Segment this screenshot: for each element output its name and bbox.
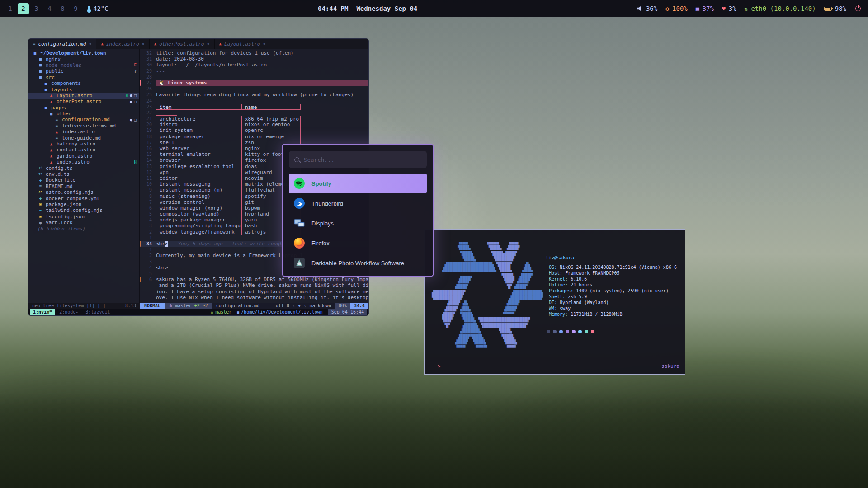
gutter-sign	[140, 217, 144, 223]
tmux-window-2:node-[interactable]: 2:node-	[56, 309, 81, 315]
tree-folder-src[interactable]: ■src	[28, 75, 139, 80]
shell-prompt[interactable]: ~ >	[432, 363, 447, 369]
tree-label: README.md	[46, 183, 73, 189]
tree-file-(6 hidden items)[interactable]: (6 hidden items)	[28, 225, 139, 231]
tree-file-tailwind.config.mjs[interactable]: ≈tailwind.config.mjs	[28, 207, 139, 213]
line-number: 14	[144, 157, 156, 163]
tree-file-balcony.astro[interactable]: ▲balcony.astro	[28, 141, 139, 147]
neo-tree-panel[interactable]: ■~/Development/liv.town■nginx■node_modul…	[28, 49, 140, 303]
tab-otherPost.astro[interactable]: ▲otherPost.astro×	[150, 39, 215, 49]
tree-file-Dockerfile[interactable]: ◆Dockerfile	[28, 177, 139, 183]
topbar-right-group: 36%⚙100%▦37%♥3%⇅eth0 (10.0.0.140)98%	[637, 5, 863, 12]
tree-file-docker-compose.yml[interactable]: ◆docker-compose.yml	[28, 195, 139, 201]
thunderbird-icon	[293, 197, 305, 209]
tab-close-icon[interactable]: ×	[263, 42, 265, 47]
launcher-item-darktable-photo-workflow-software[interactable]: Darktable Photo Workflow Software	[289, 253, 427, 273]
clock-module[interactable]: 04:44 PM Wednesday Sep 04	[318, 0, 417, 17]
tree-folder-public[interactable]: ■public?	[28, 68, 139, 74]
table-cell: nixos or gentoo	[242, 122, 301, 127]
tree-file-package.json[interactable]: ▣package.json	[28, 202, 139, 207]
info-value: Framework FRANMDCP05	[565, 271, 619, 276]
gutter-sign	[140, 98, 144, 104]
tab-close-icon[interactable]: ×	[207, 42, 210, 47]
gutter-sign	[140, 62, 144, 68]
tree-file-configuration.md[interactable]: ≡configuration.md●□	[28, 117, 139, 122]
workspace-8[interactable]: 8	[57, 3, 68, 14]
tree-folder-pages[interactable]: ■pages	[28, 105, 139, 111]
power-button[interactable]	[855, 6, 861, 11]
editor-line: 18package managernix or emerge	[140, 134, 368, 140]
workspace-9[interactable]: 9	[70, 3, 81, 14]
line-number: 9	[144, 187, 156, 193]
tree-file-README.md[interactable]: ≡README.md	[28, 183, 139, 189]
badge-E: E	[134, 63, 137, 67]
tab-index.astro[interactable]: ▲index.astro×	[96, 39, 149, 49]
workspace-2[interactable]: 2	[18, 3, 29, 14]
tmux-window-1:nvim*[interactable]: 1:nvim*	[30, 309, 55, 315]
tree-folder-node_modules[interactable]: ■node_modulesE	[28, 62, 139, 68]
tmux-window-3:lazygit[interactable]: 3:lazygit	[82, 309, 113, 315]
palette-dot	[547, 330, 550, 333]
tree-label: tsconfig.json	[46, 214, 85, 220]
workspace-3[interactable]: 3	[31, 3, 42, 14]
table-cell: window manager (xorg)	[156, 205, 242, 211]
module-memory[interactable]: ▦37%	[696, 5, 714, 12]
tree-file-env.d.ts[interactable]: TSenv.d.ts	[28, 171, 139, 177]
line-number: 5	[144, 271, 156, 277]
launcher-item-spotify[interactable]: Spotify	[289, 174, 427, 193]
app-name: Firefox	[311, 240, 330, 247]
tab-configuration.md[interactable]: ≡configuration.md×	[28, 39, 96, 49]
workspace-1[interactable]: 1	[5, 3, 16, 14]
tab-close-icon[interactable]: ×	[142, 42, 145, 47]
search-input[interactable]	[304, 156, 421, 163]
line-number: 5	[144, 211, 156, 217]
tree-file-index.astro[interactable]: ▲index.astroH	[28, 159, 139, 165]
terminal-cursor	[444, 364, 447, 369]
workspace-4[interactable]: 4	[44, 3, 55, 14]
tmux-datetime: Sep 04 16:44	[328, 309, 367, 315]
tab-close-icon[interactable]: ×	[89, 42, 91, 47]
tree-file-config.ts[interactable]: TSconfig.ts	[28, 165, 139, 171]
tree-file-Layout.astro[interactable]: ▲Layout.astroH●□	[28, 93, 139, 99]
tree-folder-layouts[interactable]: ■layouts	[28, 86, 139, 92]
terminal-window-fastfetch[interactable]: ▗▄▄▄ ▗▄▄▄▄ ▄▄▄▖ ▜███▙ ▜███▙ ▟███▛ ▜███▙ …	[424, 229, 685, 375]
tree-file-astro.config.mjs[interactable]: JSastro.config.mjs	[28, 189, 139, 195]
tree-file-tsconfig.json[interactable]: ▣tsconfig.json	[28, 214, 139, 220]
launcher-item-thunderbird[interactable]: Thunderbird	[289, 193, 427, 213]
temperature-module[interactable]: 42°C	[88, 5, 108, 12]
tree-root[interactable]: ■~/Development/liv.town	[28, 50, 139, 56]
badge-□: □	[134, 117, 137, 122]
table-row: distronixos or gentoo	[156, 122, 301, 127]
tmux-bar: 1:nvim*2:node-3:lazygit ⋔master ■/home/l…	[28, 309, 368, 315]
tree-folder-other[interactable]: ■other	[28, 111, 139, 117]
launcher-item-displays[interactable]: Displays	[289, 213, 427, 233]
launcher-item-firefox[interactable]: Firefox	[289, 233, 427, 253]
palette-dot	[566, 330, 569, 333]
tab-Layout.astro[interactable]: ▲Layout.astro×	[215, 39, 271, 49]
file-encoding: utf-8	[276, 303, 289, 309]
module-brightness[interactable]: ⚙100%	[665, 5, 688, 12]
tree-folder-components[interactable]: ■components	[28, 80, 139, 86]
line-number: 25	[144, 92, 156, 98]
tree-file-otherPost.astro[interactable]: ▲otherPost.astro●□	[28, 99, 139, 104]
launcher-search[interactable]	[289, 151, 427, 168]
tree-file-tone-guide.md[interactable]: ≡tone-guide.md	[28, 135, 139, 141]
tree-file-contact.astro[interactable]: ▲contact.astro	[28, 147, 139, 153]
tree-folder-nginx[interactable]: ■nginx	[28, 56, 139, 62]
module-cpu[interactable]: ♥3%	[722, 5, 736, 12]
table-cell: name	[242, 104, 301, 110]
info-value: sway	[560, 306, 571, 311]
table-row: itemname	[156, 104, 301, 110]
tree-file-fediverse-terms.md[interactable]: ≡fediverse-terms.md	[28, 123, 139, 129]
gutter-sign	[140, 92, 144, 98]
module-battery[interactable]: 98%	[824, 5, 846, 12]
tree-file-garden.astro[interactable]: ▲garden.astro	[28, 153, 139, 159]
tree-file-yarn.lock[interactable]: ●yarn.lock	[28, 220, 139, 225]
gutter-sign	[140, 164, 144, 169]
tree-file-index.astro[interactable]: ▲index.astro	[28, 129, 139, 135]
gutter-sign	[140, 247, 144, 253]
module-volume[interactable]: 36%	[637, 5, 657, 12]
gutter-sign	[140, 86, 144, 92]
module-network[interactable]: ⇅eth0 (10.0.0.140)	[745, 5, 816, 12]
cpu-icon: ♥	[722, 6, 726, 12]
